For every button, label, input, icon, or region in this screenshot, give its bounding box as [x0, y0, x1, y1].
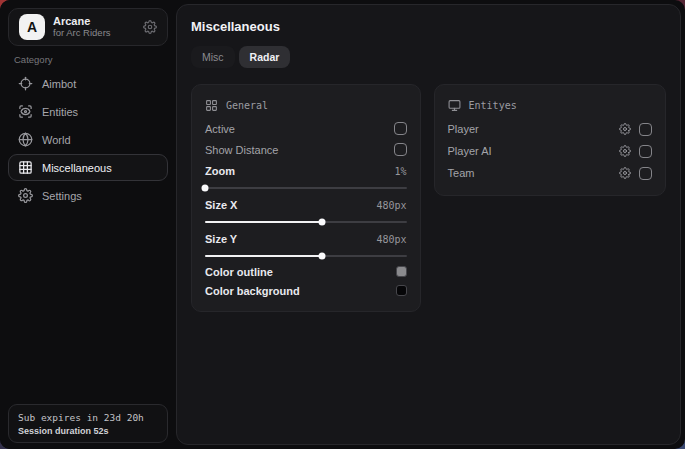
row-label: Player [448, 123, 479, 135]
session-duration-text: Session duration 52s [18, 426, 158, 436]
gear-icon[interactable] [619, 167, 631, 179]
row-color-background: Color background [205, 281, 407, 300]
row-player-ai: Player AI [448, 140, 652, 162]
size-y-slider[interactable] [205, 255, 407, 257]
sidebar-item-label: Miscellaneous [42, 162, 112, 174]
globe-icon [18, 132, 33, 147]
row-player: Player [448, 118, 652, 140]
slider-zoom: Zoom1% [205, 160, 407, 194]
sidebar-item-label: Settings [42, 190, 82, 202]
row-label: Size X [205, 199, 237, 211]
zoom-slider[interactable] [205, 187, 407, 189]
sub-expiry-text: Sub expires in 23d 20h [18, 412, 158, 423]
gear-icon [18, 188, 33, 203]
app-title: Arcane [53, 15, 135, 28]
row-label: Zoom [205, 165, 235, 177]
grid-icon [18, 160, 33, 175]
gear-icon[interactable] [619, 145, 631, 157]
general-card: General ActiveShow DistanceZoom1%Size X4… [191, 84, 421, 312]
app-window: A Arcane for Arc Riders Category AimbotE… [0, 0, 685, 449]
gear-icon[interactable] [619, 123, 631, 135]
team-checkbox[interactable] [639, 167, 652, 180]
tab-misc[interactable]: Misc [191, 46, 235, 68]
sidebar-item-miscellaneous[interactable]: Miscellaneous [8, 154, 168, 181]
color-outline-swatch[interactable] [396, 266, 407, 277]
category-label: Category [14, 54, 53, 65]
size-x-slider[interactable] [205, 221, 407, 223]
entities-rows: PlayerPlayer AITeam [448, 118, 652, 184]
row-team: Team [448, 162, 652, 184]
entities-card: Entityes PlayerPlayer AITeam [434, 84, 666, 196]
slider-size-x: Size X480px [205, 194, 407, 228]
scan-eye-icon [18, 104, 33, 119]
sidebar: A Arcane for Arc Riders Category AimbotE… [0, 0, 175, 449]
row-label: Show Distance [205, 144, 278, 156]
sidebar-item-label: Entities [42, 106, 78, 118]
active-checkbox[interactable] [394, 122, 407, 135]
slider-thumb[interactable] [202, 185, 209, 192]
sidebar-item-label: Aimbot [42, 78, 76, 90]
row-label: Size Y [205, 233, 237, 245]
monitor-icon [448, 99, 461, 112]
logo-card: A Arcane for Arc Riders [8, 8, 168, 46]
show-distance-checkbox[interactable] [394, 143, 407, 156]
subscription-card: Sub expires in 23d 20h Session duration … [8, 404, 168, 443]
sidebar-nav: AimbotEntitiesWorldMiscellaneousSettings [8, 70, 168, 210]
slider-size-y: Size Y480px [205, 228, 407, 262]
row-label: Color background [205, 285, 300, 297]
tab-radar[interactable]: Radar [239, 46, 291, 68]
slider-thumb[interactable] [318, 219, 325, 226]
app-logo: A [19, 14, 45, 40]
general-card-title: General [226, 100, 268, 111]
layout-grid-icon [205, 99, 218, 112]
row-show-distance: Show Distance [205, 139, 407, 160]
slider-value: 1% [394, 166, 406, 177]
general-rows: ActiveShow DistanceZoom1%Size X480pxSize… [205, 118, 407, 300]
slider-value: 480px [376, 234, 406, 245]
page-title: Miscellaneous [191, 19, 666, 34]
sidebar-item-world[interactable]: World [8, 126, 168, 153]
row-label: Player AI [448, 145, 492, 157]
sidebar-item-label: World [42, 134, 71, 146]
row-active: Active [205, 118, 407, 139]
row-label: Team [448, 167, 475, 179]
tab-bar: MiscRadar [191, 46, 666, 68]
row-label: Active [205, 123, 235, 135]
sidebar-item-settings[interactable]: Settings [8, 182, 168, 209]
row-color-outline: Color outline [205, 262, 407, 281]
gear-icon[interactable] [143, 20, 157, 34]
entities-card-title: Entityes [469, 100, 517, 111]
sidebar-item-aimbot[interactable]: Aimbot [8, 70, 168, 97]
row-label: Color outline [205, 266, 273, 278]
slider-value: 480px [376, 200, 406, 211]
sidebar-item-entities[interactable]: Entities [8, 98, 168, 125]
app-subtitle: for Arc Riders [53, 28, 135, 39]
slider-thumb[interactable] [318, 253, 325, 260]
main-panel: Miscellaneous MiscRadar General ActiveSh… [176, 4, 681, 445]
player-checkbox[interactable] [639, 123, 652, 136]
color-background-swatch[interactable] [396, 285, 407, 296]
crosshair-icon [18, 76, 33, 91]
player-ai-checkbox[interactable] [639, 145, 652, 158]
